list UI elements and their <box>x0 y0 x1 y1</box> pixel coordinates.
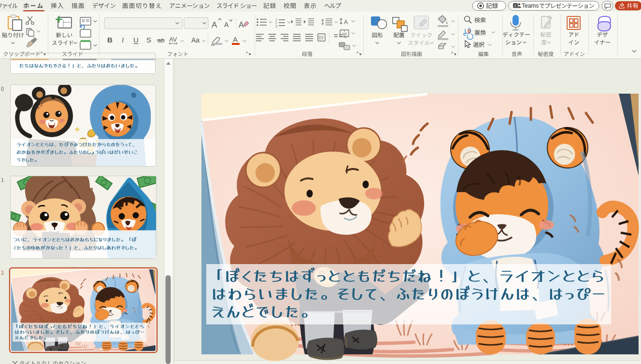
svg-text:T: T <box>514 4 516 8</box>
svg-text:B: B <box>107 36 113 44</box>
svg-text:A: A <box>224 21 229 28</box>
svg-text:1: 1 <box>275 18 277 21</box>
svg-text:c: c <box>463 31 466 37</box>
svg-text:Teams: Teams <box>522 2 539 9</box>
svg-text:I: I <box>122 36 124 44</box>
svg-text:A: A <box>233 35 238 43</box>
svg-text:U: U <box>133 36 139 44</box>
svg-text:2: 2 <box>275 21 277 25</box>
svg-text:AV: AV <box>169 36 177 43</box>
svg-text:A: A <box>239 21 244 29</box>
svg-text:3: 3 <box>275 25 277 28</box>
svg-text:A: A <box>212 20 217 29</box>
svg-text:Aa: Aa <box>191 36 199 44</box>
svg-text:S: S <box>146 36 151 44</box>
svg-text:A: A <box>344 19 348 26</box>
